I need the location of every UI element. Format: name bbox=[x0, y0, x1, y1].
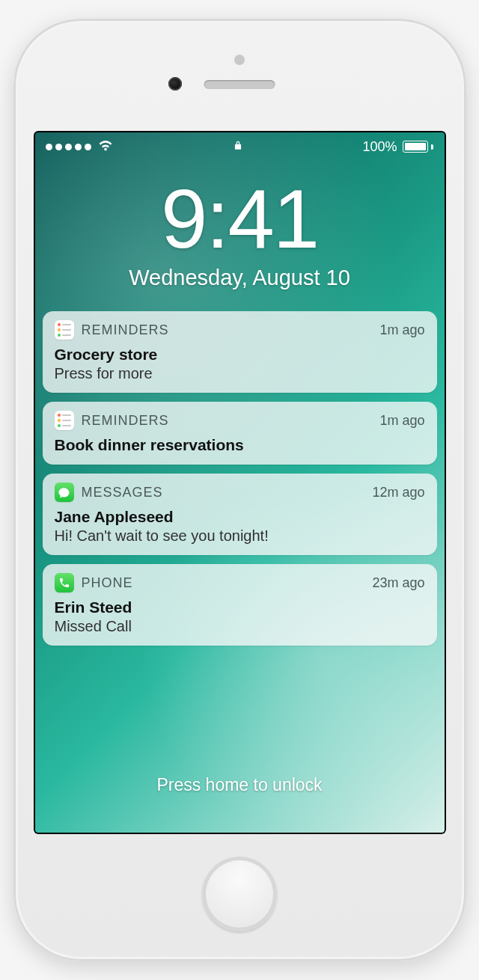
notification-app-name: PHONE bbox=[82, 575, 365, 591]
signal-dots-icon bbox=[46, 144, 91, 150]
earpiece-speaker bbox=[204, 80, 275, 89]
notification-card[interactable]: MESSAGES 12m ago Jane Appleseed Hi! Can'… bbox=[43, 474, 437, 555]
notification-title: Jane Appleseed bbox=[55, 508, 425, 526]
messages-app-icon bbox=[55, 483, 74, 502]
phone-device-frame: 100% 9:41 Wednesday, August 10 bbox=[13, 19, 466, 961]
date-display: Wednesday, August 10 bbox=[34, 266, 446, 290]
notification-title: Grocery store bbox=[55, 346, 425, 364]
phone-app-icon bbox=[55, 573, 74, 592]
notification-timestamp: 1m ago bbox=[379, 413, 424, 429]
reminders-app-icon bbox=[55, 411, 74, 430]
lock-icon bbox=[233, 138, 243, 156]
unlock-hint: Press home to unlock bbox=[34, 775, 446, 795]
battery-percent: 100% bbox=[362, 139, 397, 155]
notification-body: Press for more bbox=[55, 365, 425, 382]
front-camera bbox=[168, 77, 182, 91]
notification-app-name: REMINDERS bbox=[82, 413, 373, 429]
notification-body: Hi! Can't wait to see you tonight! bbox=[55, 527, 425, 545]
notification-timestamp: 1m ago bbox=[379, 322, 424, 338]
battery-icon bbox=[403, 141, 433, 153]
status-bar: 100% bbox=[34, 131, 446, 158]
notification-timestamp: 12m ago bbox=[372, 485, 424, 500]
notification-card[interactable]: REMINDERS 1m ago Grocery store Press for… bbox=[43, 311, 437, 393]
home-button[interactable] bbox=[202, 857, 277, 931]
notification-card[interactable]: PHONE 23m ago Erin Steed Missed Call bbox=[43, 564, 437, 646]
lock-screen-clock: 9:41 Wednesday, August 10 bbox=[34, 177, 446, 290]
proximity-sensor bbox=[234, 55, 245, 65]
notification-body: Missed Call bbox=[55, 618, 425, 635]
reminders-app-icon bbox=[55, 320, 74, 340]
notification-title: Book dinner reservations bbox=[55, 436, 425, 454]
notification-timestamp: 23m ago bbox=[372, 575, 424, 591]
time-display: 9:41 bbox=[34, 177, 446, 261]
notification-app-name: REMINDERS bbox=[82, 322, 373, 338]
notification-title: Erin Steed bbox=[55, 598, 425, 616]
lock-screen[interactable]: 100% 9:41 Wednesday, August 10 bbox=[34, 131, 446, 834]
notifications-list[interactable]: REMINDERS 1m ago Grocery store Press for… bbox=[43, 311, 437, 646]
notification-card[interactable]: REMINDERS 1m ago Book dinner reservation… bbox=[43, 402, 437, 465]
wifi-icon bbox=[97, 137, 114, 157]
notification-app-name: MESSAGES bbox=[82, 485, 365, 500]
